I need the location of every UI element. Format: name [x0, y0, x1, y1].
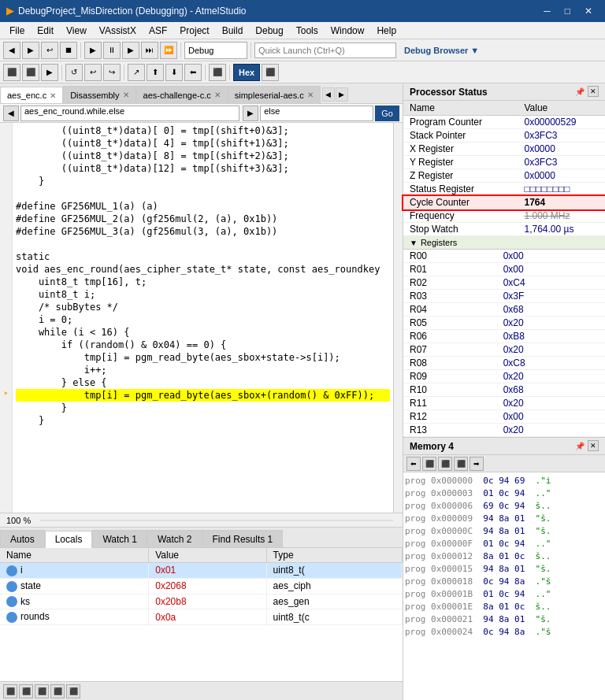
toolbar2-btn-0[interactable]: ⬛ [3, 64, 20, 81]
editor-tab-1[interactable]: Disassembly✕ [63, 86, 135, 103]
menu-item-asf[interactable]: ASF [143, 24, 173, 38]
bottom-toolbar-btn5[interactable]: ⬛ [66, 684, 80, 698]
code-line-13: uint8_t i; [16, 288, 390, 301]
location-bar: ◀ aes_enc_round.while.else ▶ else Go [0, 104, 403, 123]
bottom-tab-find-results-1[interactable]: Find Results 1 [202, 530, 284, 547]
bottom-toolbar-btn4[interactable]: ⬛ [50, 684, 65, 698]
toolbar1-btn-6[interactable]: ▶ [122, 42, 139, 59]
toolbar2-btn-4[interactable]: ↩ [84, 64, 102, 81]
reg-row-13: R130x20 [403, 424, 605, 437]
memory-pin-icon[interactable]: 📌 [573, 440, 586, 452]
memory-close-btn[interactable]: ✕ [588, 440, 599, 451]
tab-close-1[interactable]: ✕ [123, 91, 129, 99]
toolbar2-btn-10[interactable]: ⬛ [209, 64, 226, 81]
tab-close-3[interactable]: ✕ [307, 91, 314, 99]
toolbar1-btn-4[interactable]: ▶ [84, 42, 102, 59]
menu-item-vassistx[interactable]: VAssistX [93, 24, 143, 38]
bottom-tab-watch-1[interactable]: Watch 1 [92, 530, 147, 547]
toolbar2-btn-2[interactable]: ▶ [41, 64, 58, 81]
memory-btn2[interactable]: ⬛ [422, 457, 436, 471]
memory-row-9: prog 0x00001B 01 0c 94 .." [405, 587, 603, 600]
code-area: ➤ ((uint8_t*)data)[ 0] = tmp[(shift+0)&3… [0, 123, 403, 513]
quick-launch-input[interactable] [254, 43, 396, 58]
bottom-tab-watch-2[interactable]: Watch 2 [147, 530, 202, 547]
toolbar2-btn-6[interactable]: ↗ [128, 64, 145, 81]
toolbar1-btn-3[interactable]: ⏹ [60, 42, 77, 59]
tab-scroll-left[interactable]: ◀ [322, 87, 335, 102]
toolbar1-btn-2[interactable]: ↩ [41, 42, 58, 59]
bottom-toolbar-btn2[interactable]: ⬛ [19, 684, 33, 698]
tab-scroll-right[interactable]: ▶ [336, 87, 348, 102]
current-line-arrow: ➤ [3, 389, 8, 398]
code-line-8: #define GF256MUL_3(a) (gf256mul(3, (a), … [16, 225, 390, 238]
maximize-button[interactable]: □ [559, 4, 577, 18]
toolbar2-btn-12[interactable]: ⬛ [262, 64, 279, 81]
minimize-button[interactable]: ─ [537, 4, 557, 18]
editor-tab-0[interactable]: aes_enc.c✕ [0, 87, 63, 104]
code-line-0: ((uint8_t*)data)[ 0] = tmp[(shift+0)&3]; [16, 124, 390, 137]
location-nav-back[interactable]: ◀ [3, 106, 19, 121]
locals-row-3[interactable]: rounds0x0auint8_t(c [0, 609, 403, 625]
location-path-right[interactable]: else [260, 106, 373, 121]
locals-row-1[interactable]: state0x2068aes_ciph [0, 578, 403, 594]
menu-item-project[interactable]: Project [173, 24, 215, 38]
debug-dropdown[interactable]: Debug [184, 42, 247, 59]
memory-btn5[interactable]: ➡ [470, 457, 484, 471]
editor-tab-3[interactable]: simpleserial-aes.c✕ [228, 86, 321, 103]
pin-icon[interactable]: 📌 [573, 86, 586, 98]
toolbar1-btn-1[interactable]: ▶ [22, 42, 39, 59]
menu-item-window[interactable]: Window [325, 24, 371, 38]
go-button[interactable]: Go [375, 106, 399, 121]
memory-btn3[interactable]: ⬛ [438, 457, 452, 471]
main-area: aes_enc.c✕Disassembly✕aes-challenge-c.c✕… [0, 83, 605, 700]
location-nav-right[interactable]: ▶ [243, 106, 258, 121]
memory-btn1[interactable]: ⬅ [406, 457, 421, 471]
zoom-bar: 100 % [0, 513, 403, 527]
menu-item-file[interactable]: File [3, 24, 31, 38]
code-line-19: i++; [16, 364, 390, 376]
locals-row-2[interactable]: ks0x20b8aes_gen [0, 594, 403, 609]
menu-item-help[interactable]: Help [370, 24, 403, 38]
panel-close-btn[interactable]: ✕ [588, 86, 599, 97]
bottom-tab-locals[interactable]: Locals [45, 531, 93, 548]
toolbar1-btn-0[interactable]: ◀ [3, 42, 20, 59]
toolbar2-btn-8[interactable]: ⬇ [165, 64, 183, 81]
memory-row-0: prog 0x000000 0c 94 69 ."i [405, 474, 603, 487]
bottom-toolbar-btn1[interactable]: ⬛ [3, 684, 17, 698]
bottom-tab-bar: AutosLocalsWatch 1Watch 2Find Results 1 [0, 528, 403, 548]
tab-close-2[interactable]: ✕ [214, 91, 221, 99]
locals-row-0[interactable]: i0x01uint8_t( [0, 563, 403, 579]
code-line-22: } [16, 402, 390, 414]
editor-tab-2[interactable]: aes-challenge-c.c✕ [136, 86, 228, 103]
toolbar1-btn-7[interactable]: ⏭ [141, 42, 158, 59]
bottom-tab-autos[interactable]: Autos [0, 530, 45, 547]
toolbar2-btn-3[interactable]: ↺ [65, 64, 83, 81]
menu-item-build[interactable]: Build [216, 24, 250, 38]
toolbar2-btn-1[interactable]: ⬛ [22, 64, 39, 81]
toolbar1-btn-8[interactable]: ⏩ [160, 42, 177, 59]
code-line-9 [16, 238, 390, 250]
menu-item-edit[interactable]: Edit [31, 24, 60, 38]
code-scrollbar[interactable] [393, 123, 403, 513]
reg-row-6: R060xB8 [403, 330, 605, 343]
code-line-23: } [16, 414, 390, 427]
toolbar2-btn-5[interactable]: ↪ [103, 64, 121, 81]
bottom-toolbar-btn3[interactable]: ⬛ [35, 684, 49, 698]
locals-cell-name-3: rounds [0, 609, 149, 625]
menu-item-tools[interactable]: Tools [290, 24, 325, 38]
close-button[interactable]: ✕ [578, 4, 599, 18]
code-line-24 [16, 427, 390, 439]
reg-row-12: R120x00 [403, 410, 605, 424]
toolbar2-btn-9[interactable]: ⬅ [184, 64, 202, 81]
menu-item-debug[interactable]: Debug [249, 24, 289, 38]
toolbar2-btn-7[interactable]: ⬆ [147, 64, 164, 81]
hex-btn[interactable]: Hex [233, 64, 260, 81]
toolbar1-btn-5[interactable]: ⏸ [103, 42, 121, 59]
menu-item-view[interactable]: View [60, 24, 93, 38]
locals-cell-type-2: aes_gen [266, 594, 402, 609]
tab-close-0[interactable]: ✕ [50, 91, 56, 100]
proc-col-value: Value [518, 101, 605, 116]
location-path[interactable]: aes_enc_round.while.else [20, 106, 239, 121]
locals-cell-value-1: 0x2068 [149, 578, 266, 594]
memory-btn4[interactable]: ⬛ [454, 457, 468, 471]
